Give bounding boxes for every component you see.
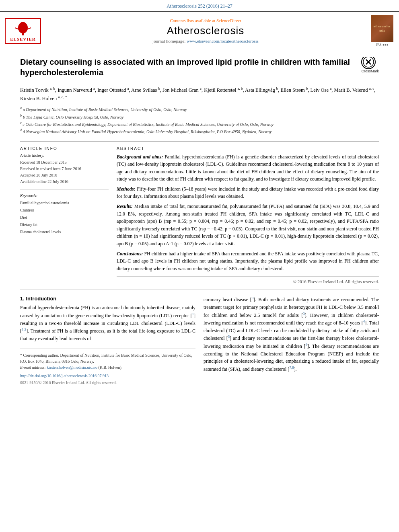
intro-right-text: coronary heart disease [3]. Both medical… bbox=[204, 296, 379, 373]
elsevier-tree-icon bbox=[11, 21, 35, 37]
corresponding-text: * Corresponding author. Department of Nu… bbox=[20, 353, 192, 364]
elsevier-logo: ELSEVIER bbox=[5, 18, 41, 44]
keyword-4: Dietary fat bbox=[20, 221, 109, 228]
accepted-date: Accepted 20 July 2016 bbox=[20, 172, 109, 179]
article-history-box: Article history: Received 18 December 20… bbox=[20, 153, 109, 189]
corresponding-note: * Corresponding author. Department of Nu… bbox=[20, 352, 195, 364]
crossmark-badge[interactable]: CrossMark bbox=[361, 57, 379, 73]
doi-link[interactable]: http://dx.doi.org/10.1016/j.atherosclero… bbox=[20, 374, 109, 378]
contents-text: Contents lists available at bbox=[170, 18, 215, 23]
journal-cover-image: atherosclerosis bbox=[371, 15, 393, 42]
keyword-1: Familial hypercholesterolemia bbox=[20, 199, 109, 207]
body-right-column: coronary heart disease [3]. Both medical… bbox=[204, 296, 379, 385]
conclusions-text: FH children had a higher intake of SFA t… bbox=[117, 251, 379, 271]
affiliation-a: a a Department of Nutrition, Institute o… bbox=[20, 106, 379, 113]
affiliation-b: b b The Lipid Clinic, Oslo University Ho… bbox=[20, 113, 379, 121]
affiliation-d: d d Norwegian National Advisory Unit on … bbox=[20, 128, 379, 135]
article-info-label: ARTICLE INFO bbox=[20, 146, 109, 151]
crossmark-circle bbox=[361, 57, 376, 69]
crossmark-icon bbox=[363, 57, 374, 68]
main-content: CrossMark Dietary counseling is associat… bbox=[0, 50, 399, 391]
email-link[interactable]: kirsten.holven@medisin.uio.no bbox=[47, 365, 97, 370]
article-info-abstract-section: ARTICLE INFO Article history: Received 1… bbox=[20, 141, 379, 284]
affiliation-c: c c Oslo Centre for Biostatistics and Ep… bbox=[20, 121, 379, 128]
abstract-conclusions: Conclusions: FH children had a higher in… bbox=[117, 250, 379, 273]
homepage-label: journal homepage: bbox=[152, 39, 185, 43]
journal-title: Atherosclerosis bbox=[41, 25, 370, 37]
authors-text: Kristin Torvik a, b, Ingunn Narverud a, … bbox=[20, 87, 375, 101]
elsevier-text: ELSEVIER bbox=[10, 37, 36, 41]
journal-thumbnail: atherosclerosis FAS ●●● bbox=[370, 15, 394, 47]
journal-header: ELSEVIER Contents lists available at Sci… bbox=[0, 11, 399, 50]
journal-homepage: journal homepage: www.elsevier.com/locat… bbox=[41, 39, 370, 43]
journal-ref-text: Atherosclerosis 252 (2016) 21–27 bbox=[167, 3, 232, 9]
cover-image-placeholder: atherosclerosis bbox=[371, 15, 393, 42]
keywords-section: Keywords: Familial hypercholesterolemia … bbox=[20, 193, 109, 236]
journal-reference: Atherosclerosis 252 (2016) 21–27 bbox=[0, 0, 399, 11]
affiliations: a a Department of Nutrition, Institute o… bbox=[20, 106, 379, 135]
abstract-label: ABSTRACT bbox=[117, 146, 379, 151]
authors-list: Kristin Torvik a, b, Ingunn Narverud a, … bbox=[20, 86, 379, 103]
keywords-label: Keywords: bbox=[20, 193, 109, 198]
keyword-2: Children bbox=[20, 207, 109, 214]
copyright-line: © 2016 Elsevier Ireland Ltd. All rights … bbox=[117, 276, 379, 284]
keyword-5: Plasma cholesterol levels bbox=[20, 228, 109, 236]
footnote-section: * Corresponding author. Department of Nu… bbox=[20, 349, 195, 385]
conclusions-bold: Conclusions: bbox=[117, 251, 143, 257]
body-section: 1. Introduction Familial hypercholestero… bbox=[20, 296, 379, 385]
abstract-methods: Methods: Fifty-four FH children (5–18 ye… bbox=[117, 185, 379, 200]
keyword-3: Diet bbox=[20, 214, 109, 221]
abstract-column: ABSTRACT Background and aims: Familial h… bbox=[117, 146, 379, 284]
abstract-text: Background and aims: Familial hyperchole… bbox=[117, 153, 379, 273]
section-divider bbox=[20, 290, 379, 290]
sciencedirect-link: Contents lists available at ScienceDirec… bbox=[41, 18, 370, 23]
results-text: Median intake of total fat, monounsatura… bbox=[117, 203, 379, 246]
doi-line: http://dx.doi.org/10.1016/j.atherosclero… bbox=[20, 373, 195, 379]
keywords-list: Familial hypercholesterolemia Children D… bbox=[20, 199, 109, 236]
received-date: Received 18 December 2015 bbox=[20, 159, 109, 166]
abstract-results: Results: Median intake of total fat, mon… bbox=[117, 203, 379, 248]
homepage-url[interactable]: www.elsevier.com/locate/atherosclerosis bbox=[187, 39, 259, 43]
section-title: Introduction bbox=[26, 296, 56, 302]
section-number: 1. bbox=[20, 296, 25, 302]
results-bold: Results: bbox=[117, 203, 133, 209]
body-left-column: 1. Introduction Familial hypercholestero… bbox=[20, 296, 195, 385]
crossmark-label: CrossMark bbox=[361, 69, 379, 73]
intro-heading: 1. Introduction bbox=[20, 296, 195, 302]
article-title: Dietary counseling is associated with an… bbox=[20, 57, 379, 78]
revised-date: Received in revised form 7 June 2016 bbox=[20, 166, 109, 172]
methods-bold: Methods: bbox=[117, 186, 136, 192]
history-label: Article history: bbox=[20, 153, 109, 158]
svg-point-2 bbox=[20, 22, 26, 29]
article-info-column: ARTICLE INFO Article history: Received 1… bbox=[20, 146, 109, 284]
email-line: E-mail address: kirsten.holven@medisin.u… bbox=[20, 364, 195, 370]
intro-left-text: Familial hypercholesterolemia (FH) is an… bbox=[20, 304, 195, 342]
email-label: E-mail address: bbox=[20, 365, 46, 370]
methods-text: Fifty-four FH children (5–18 years) were… bbox=[117, 186, 379, 199]
abstract-background: Background and aims: Familial hyperchole… bbox=[117, 153, 379, 183]
sciencedirect-name[interactable]: ScienceDirect bbox=[216, 18, 241, 23]
journal-center: Contents lists available at ScienceDirec… bbox=[41, 18, 370, 43]
fas-badge: FAS ●●● bbox=[376, 43, 389, 47]
available-date: Available online 22 July 2016 bbox=[20, 179, 109, 185]
background-bold: Background and aims: bbox=[117, 154, 163, 160]
issn-line: 0021-9150/© 2016 Elsevier Ireland Ltd. A… bbox=[20, 380, 195, 385]
email-name: (K.B. Holven). bbox=[98, 365, 122, 370]
